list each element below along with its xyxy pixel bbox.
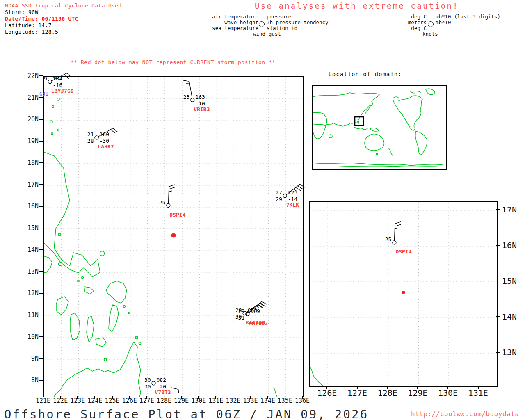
offshore-surface-plot-page: NOAA SSD Tropical Cyclone Data Used: Sto… <box>0 0 525 420</box>
station-id-label: DSPI4 <box>169 212 185 218</box>
station-id-label: LBYJ7GD <box>51 88 74 94</box>
station-wave-height: 29 <box>276 196 282 202</box>
station-air-temp: 9 <box>44 75 47 82</box>
legend-sea-temperature: sea temperature <box>176 25 258 31</box>
station-id-label: KMT002 <box>249 320 268 326</box>
lon-axis-label: 129E <box>173 397 189 404</box>
zoom-inset-storm-dot <box>402 291 405 294</box>
lon-axis-label: 136E <box>294 397 310 404</box>
storm-dot <box>402 291 405 294</box>
station-plot-v70t3: 3030082-20V70T3 <box>144 377 179 395</box>
station-id-label: V70T3 <box>155 389 171 395</box>
lat-tick <box>39 206 43 207</box>
world-map-svg <box>313 86 446 169</box>
station-plot-7klk: 2729123-147KLK <box>276 184 305 208</box>
lat-tick <box>39 184 43 185</box>
lat-tick <box>39 75 43 76</box>
lon-axis-label: 129E <box>405 388 430 398</box>
lat-axis-label: 10N <box>21 333 39 340</box>
lat-tick <box>496 352 500 353</box>
world-coastlines <box>313 89 444 167</box>
station-circle-icon <box>152 381 155 385</box>
source-url-link[interactable]: http://coolwx.com/buoydata <box>411 410 519 418</box>
storm-position-dot <box>171 233 176 237</box>
station-pressure-tendency: -30 <box>100 138 109 144</box>
legend-pressure-tendency: 3h pressure tendency <box>267 20 329 25</box>
station-circle-icon <box>283 194 287 198</box>
lat-axis-label: 21N <box>21 94 39 101</box>
station-wind-gust: G31 <box>39 91 48 97</box>
zoom-inset-coastline <box>309 365 326 388</box>
lon-axis-label: 121E <box>35 397 51 404</box>
legend-unit-mb10: mb*10 <box>436 20 451 25</box>
lat-axis-label: 11N <box>21 311 39 319</box>
wind-barb-full <box>67 73 71 77</box>
storm-position-warning: ** Red dot below may NOT represent CURRE… <box>71 59 276 65</box>
lat-tick <box>496 209 500 210</box>
station-plot-lbyj7gd: 9184-16LBYJ7GDG31 <box>39 73 74 97</box>
lat-axis-label: 14N <box>502 312 524 322</box>
wind-barb-full <box>395 224 401 226</box>
station-air-temp: 30 <box>144 377 151 383</box>
station-air-temp: 29 <box>238 308 245 314</box>
lat-axis-label: 15N <box>502 276 524 286</box>
station-pressure: 163 <box>195 94 205 100</box>
lon-axis-label: 128E <box>375 388 400 398</box>
lat-axis-label: 12N <box>21 290 39 297</box>
wind-barb-half <box>186 83 189 84</box>
lon-axis-label: 126E <box>315 388 339 398</box>
lon-axis-label: 123E <box>69 397 86 404</box>
station-pressure: 089 <box>250 308 260 314</box>
lat-tick <box>39 271 43 272</box>
legend-unit-degc-1: deg C <box>386 14 427 20</box>
lon-axis-label: 122E <box>52 397 68 404</box>
station-circle-icon <box>167 203 170 207</box>
lat-tick <box>39 97 43 98</box>
lat-tick <box>39 336 43 337</box>
station-id-label: DSPI4 <box>395 249 411 255</box>
plot-title: Offshore Surface Plot at 06Z / JAN 09, 2… <box>4 407 368 420</box>
lat-tick <box>39 293 43 294</box>
legend-unit-knots: knots <box>422 31 438 37</box>
lat-axis-label: 13N <box>21 268 39 275</box>
datetime-line: Date/Time: 06/1130 UTC <box>5 16 125 22</box>
station-id-label: VRIB3 <box>194 106 210 112</box>
station-pressure: 184 <box>53 75 63 82</box>
lon-axis-label: 135E <box>277 397 293 404</box>
station-pressure-tendency: -16 <box>53 82 62 88</box>
station-air-temp: 25 <box>385 236 392 242</box>
wind-barb-full <box>298 186 303 189</box>
station-pressure-tendency: -14 <box>288 196 298 202</box>
lat-axis-label: 17N <box>502 205 524 215</box>
wind-barb-full <box>183 80 189 82</box>
lat-axis-label: 18N <box>21 159 39 167</box>
longitude-line: Longitude: 128.5 <box>5 29 125 35</box>
lat-tick <box>39 358 43 359</box>
legend-pressure: pressure <box>267 14 291 20</box>
station-wave-height: 31 <box>238 315 245 321</box>
wind-barb-shaft <box>171 388 178 389</box>
storm-dot <box>171 233 176 237</box>
station-wave-height: 30 <box>144 383 151 390</box>
station-wave-height: 28 <box>87 138 94 144</box>
lon-axis-label: 126E <box>121 397 138 404</box>
legend-unit-degc-2: deg C <box>386 25 427 31</box>
station-plot-dspi4: 25DSPI4 <box>159 185 186 218</box>
lon-axis-label: 131E <box>208 397 224 404</box>
caution-banner: Use analyses with extreme caution! <box>255 1 459 10</box>
lat-axis-label: 14N <box>21 246 39 253</box>
lat-axis-label: 20N <box>21 116 39 123</box>
lat-axis-label: 22N <box>21 72 39 80</box>
station-pressure-tendency: -10 <box>195 100 205 107</box>
legend-unit-mb10-last3: mb*10 (last 3 digits) <box>436 14 500 20</box>
legend-station-id: station id <box>267 25 297 31</box>
station-plot-kmt002: 2931089KMT002 <box>238 301 268 326</box>
lon-axis-label: 125E <box>104 397 121 404</box>
wind-barb-full <box>64 74 69 78</box>
lat-axis-label: 17N <box>21 181 39 188</box>
legend-air-temperature: air temperature <box>176 14 258 20</box>
lat-tick <box>39 315 43 315</box>
wind-barb-full <box>300 184 305 187</box>
domain-locator-map <box>312 85 447 170</box>
station-pressure-tendency: -20 <box>157 383 166 390</box>
